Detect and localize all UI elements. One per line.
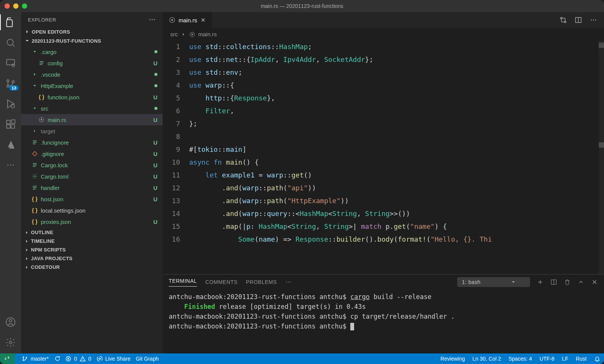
sync-button[interactable] [54, 356, 60, 362]
file-host-json[interactable]: { }host.jsonU [21, 193, 163, 205]
notifications-icon[interactable] [594, 356, 600, 362]
more-icon[interactable] [5, 159, 16, 171]
git-branch-status[interactable]: master* [22, 356, 49, 362]
maximize-panel-icon[interactable] [578, 279, 584, 285]
folder-HttpExample[interactable]: HttpExample [21, 80, 163, 91]
reviewing-status[interactable]: Reviewing [441, 356, 465, 362]
item-label: .funcignore [41, 139, 69, 146]
chevron-icon [31, 72, 39, 77]
svg-point-37 [23, 357, 24, 358]
section-codetour[interactable]: CODETOUR [21, 263, 163, 271]
terminal-selector[interactable]: 1: bash [457, 277, 530, 287]
problems-status[interactable]: 0 0 [65, 356, 91, 362]
file--gitignore[interactable]: .gitignoreU [21, 148, 163, 159]
window-close-button[interactable] [5, 3, 10, 9]
window-minimize-button[interactable] [13, 3, 18, 9]
panel-more-icon[interactable] [285, 279, 292, 285]
project-section[interactable]: 20201123-RUST-FUNCTIONS [21, 36, 163, 45]
chevron-down-icon [511, 279, 516, 285]
chevron-icon [31, 83, 39, 88]
breadcrumb[interactable]: src main.rs [163, 28, 604, 40]
split-terminal-icon[interactable] [550, 279, 557, 285]
folder-src[interactable]: src [21, 103, 163, 114]
remote-explorer-icon[interactable] [5, 57, 16, 69]
svg-point-2 [12, 64, 15, 66]
chevron-icon [31, 128, 39, 134]
svg-point-19 [154, 19, 155, 20]
panel: TERMINAL COMMENTS PROBLEMS 1: bash [163, 274, 604, 353]
git-status: U [153, 219, 157, 225]
compare-changes-icon[interactable] [559, 16, 567, 24]
git-status: U [153, 162, 157, 168]
terminal-output[interactable]: antchu-macbook:20201123-rust-functions a… [163, 290, 604, 353]
source-control-icon[interactable]: 13 [5, 78, 16, 89]
azure-icon[interactable] [5, 139, 16, 150]
indent-status[interactable]: Spaces: 4 [508, 356, 532, 362]
git-status: U [153, 196, 157, 202]
editor-tab-main-rs[interactable]: main.rs [163, 12, 213, 28]
git-status: U [153, 173, 157, 180]
file-type-icon: { } [38, 94, 45, 100]
window-maximize-button[interactable] [22, 3, 27, 9]
minimap[interactable] [599, 40, 604, 274]
close-tab-icon[interactable] [200, 17, 206, 23]
close-panel-icon[interactable] [591, 279, 598, 285]
encoding-status[interactable]: UTF-8 [539, 356, 555, 362]
folder--vscode[interactable]: .vscode [21, 69, 163, 80]
file-Cargo-toml[interactable]: Cargo.tomlU [21, 171, 163, 182]
svg-point-33 [286, 282, 287, 282]
file-function-json[interactable]: { }function.jsonU [21, 91, 163, 103]
extensions-icon[interactable] [5, 119, 16, 130]
explorer-more-icon[interactable] [148, 16, 156, 23]
file-handler[interactable]: handlerU [21, 182, 163, 193]
section-npm-scripts[interactable]: NPM SCRIPTS [21, 245, 163, 254]
open-editors-section[interactable]: OPEN EDITORS [21, 27, 163, 36]
explorer-icon[interactable] [5, 17, 16, 28]
editor-more-icon[interactable] [590, 16, 597, 24]
panel-tab-problems[interactable]: PROBLEMS [246, 279, 277, 285]
file-type-icon: { } [31, 196, 39, 202]
run-debug-icon[interactable] [5, 98, 16, 110]
section-timeline[interactable]: TIMELINE [21, 237, 163, 245]
file-config[interactable]: configU [21, 57, 163, 69]
chevron-icon [31, 49, 39, 54]
file-type-icon: { } [31, 207, 39, 213]
code-editor[interactable]: 12345678910111213141516 use std::collect… [163, 40, 604, 274]
git-modified-dot [154, 73, 157, 76]
panel-tab-terminal[interactable]: TERMINAL [169, 278, 197, 287]
git-modified-dot [154, 84, 157, 87]
split-editor-icon[interactable] [575, 16, 582, 24]
cursor-position[interactable]: Ln 30, Col 2 [472, 356, 501, 362]
eol-status[interactable]: LF [562, 356, 568, 362]
section-outline[interactable]: OUTLINE [21, 228, 163, 237]
svg-point-38 [23, 360, 24, 361]
git-graph-button[interactable]: Git Graph [136, 356, 159, 362]
panel-tab-comments[interactable]: COMMENTS [205, 279, 238, 285]
section-java-projects[interactable]: JAVA PROJECTS [21, 254, 163, 263]
svg-rect-7 [7, 120, 10, 124]
file-proxies-json[interactable]: { }proxies.jsonU [21, 216, 163, 227]
item-label: function.json [48, 94, 79, 100]
chevron-icon [31, 106, 39, 111]
new-terminal-icon[interactable] [537, 279, 544, 285]
git-status: U [153, 94, 157, 100]
language-status[interactable]: Rust [576, 356, 587, 362]
folder-target[interactable]: target [21, 125, 163, 137]
file-main-rs[interactable]: main.rsU [21, 114, 163, 125]
account-icon[interactable] [5, 316, 16, 328]
live-share-button[interactable]: Live Share [97, 356, 131, 362]
remote-window-button[interactable] [0, 353, 15, 364]
file-type-icon: { } [31, 219, 39, 225]
item-label: config [48, 60, 63, 66]
kill-terminal-icon[interactable] [564, 279, 571, 285]
svg-point-24 [171, 19, 173, 21]
folder--cargo[interactable]: .cargo [21, 46, 163, 57]
file--funcignore[interactable]: .funcignoreU [21, 137, 163, 148]
file-local-settings-json[interactable]: { }local.settings.json [21, 205, 163, 216]
settings-gear-icon[interactable] [5, 337, 16, 348]
git-status: U [153, 185, 157, 191]
sidebar: EXPLORER OPEN EDITORS 20201123-RUST-FUNC… [21, 12, 163, 353]
search-icon[interactable] [5, 37, 16, 48]
svg-point-41 [99, 358, 100, 359]
file-Cargo-lock[interactable]: Cargo.lockU [21, 159, 163, 171]
